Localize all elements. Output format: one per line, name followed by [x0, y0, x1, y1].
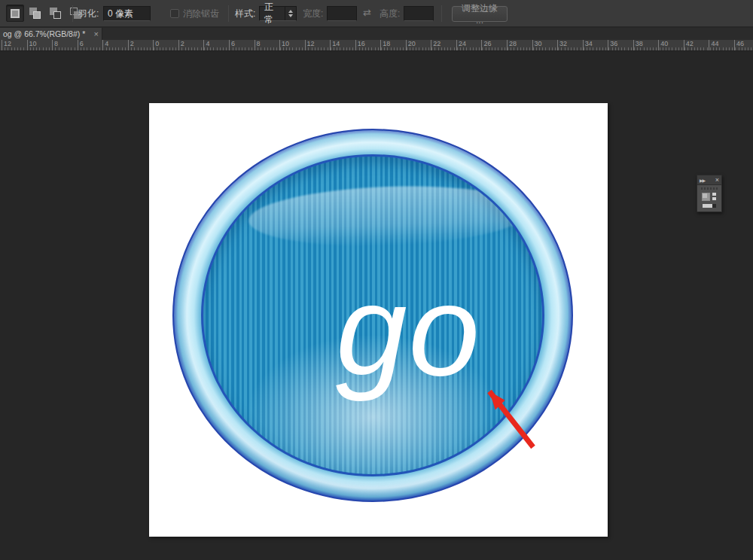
ruler-tick: 4: [102, 40, 103, 51]
antialias-label: 消除锯齿: [183, 8, 219, 20]
ruler-tick: 44: [709, 40, 709, 51]
width-label: 宽度:: [303, 8, 323, 20]
spinner-arrows-icon[interactable]: [285, 7, 296, 20]
new-selection-icon[interactable]: [6, 5, 24, 22]
ruler-tick: 14: [330, 40, 331, 51]
add-to-selection-icon[interactable]: [26, 5, 44, 22]
ruler-tick: 12: [305, 40, 306, 51]
tab-bar: og @ 66.7%(RGB/8#) * ×: [0, 28, 753, 40]
ruler-tick: 40: [658, 40, 659, 51]
ruler-tick: 30: [532, 40, 533, 51]
ruler-tick: 46: [734, 40, 735, 51]
workspace: go ▶▶ ×: [0, 52, 753, 560]
ruler-tick: 36: [608, 40, 608, 51]
ruler-tick: 2: [178, 40, 179, 51]
subtract-from-selection-icon[interactable]: [47, 5, 65, 22]
width-input[interactable]: [327, 6, 357, 21]
ruler-tick: 26: [481, 40, 482, 51]
options-bar: 羽化: 0 像素 消除锯齿 样式: 正常 宽度: ⇄ 高度: 调整边缘 ...: [0, 0, 753, 27]
ruler-tick: 4: [203, 40, 204, 51]
go-button-stripes: go: [201, 154, 544, 476]
divider: [228, 5, 229, 22]
ruler-tick: 6: [229, 40, 230, 51]
ruler-tick: 12: [2, 40, 2, 51]
ruler-tick: 16: [355, 40, 356, 51]
style-value: 正常: [260, 1, 285, 26]
ruler-tick: 22: [431, 40, 431, 51]
tab-close-icon[interactable]: ×: [94, 29, 99, 38]
ruler-tick: 24: [456, 40, 457, 51]
ruler-tick: 38: [633, 40, 634, 51]
collapse-panel-icon[interactable]: ▶▶: [700, 178, 705, 183]
floating-panel[interactable]: ▶▶ ×: [697, 175, 722, 212]
go-button-text: go: [336, 266, 481, 394]
ruler-tick: 34: [583, 40, 584, 51]
document-title: og @ 66.7%(RGB/8#) *: [3, 29, 91, 38]
ruler-tick: 6: [78, 40, 78, 51]
document-tab[interactable]: og @ 66.7%(RGB/8#) * ×: [0, 28, 102, 40]
style-label: 样式:: [235, 8, 255, 20]
divider: [72, 5, 73, 22]
ruler-tick: 20: [406, 40, 407, 51]
feather-input[interactable]: 0 像素: [103, 6, 151, 21]
ruler-tick: 28: [507, 40, 508, 51]
panel-bar-icon[interactable]: [703, 204, 716, 208]
style-dropdown[interactable]: 正常: [259, 6, 297, 21]
floating-panel-header: ▶▶ ×: [697, 175, 721, 185]
height-input[interactable]: [404, 6, 434, 21]
ruler-tick: 42: [684, 40, 684, 51]
ruler-tick: 32: [557, 40, 558, 51]
document-canvas[interactable]: go: [149, 103, 608, 537]
panel-cube-icon[interactable]: [702, 192, 717, 202]
ruler[interactable]: 1210864202468101214161820222426283032343…: [0, 40, 753, 51]
feather-label: 羽化:: [78, 8, 99, 20]
ruler-tick: 18: [380, 40, 381, 51]
selection-mode-group: [6, 5, 85, 22]
ruler-tick: 0: [153, 40, 154, 51]
ruler-tick: 8: [52, 40, 53, 51]
ruler-tick: 10: [27, 40, 28, 51]
height-label: 高度:: [380, 8, 400, 20]
refine-edge-button[interactable]: 调整边缘 ...: [452, 6, 508, 22]
go-button-graphic: go: [172, 129, 573, 502]
divider: [441, 5, 442, 22]
antialias-checkbox[interactable]: [170, 9, 179, 18]
ruler-tick: 2: [128, 40, 129, 51]
panel-close-icon[interactable]: ×: [715, 177, 719, 184]
panel-grip: [701, 187, 718, 190]
ruler-tick: 10: [279, 40, 280, 51]
ruler-tick: 8: [255, 40, 255, 51]
swap-dimensions-icon[interactable]: ⇄: [363, 7, 371, 18]
